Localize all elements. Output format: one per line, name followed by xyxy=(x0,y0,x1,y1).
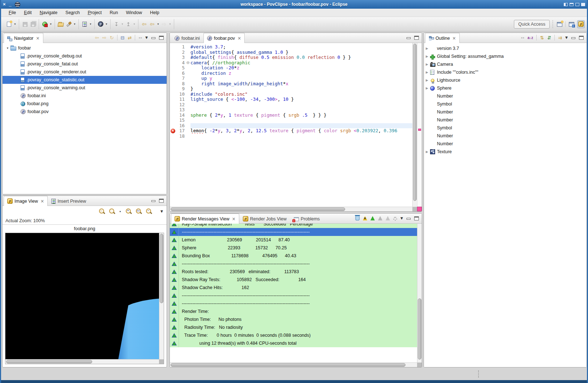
open-file-button[interactable] xyxy=(57,20,64,28)
menu-project[interactable]: Project xyxy=(85,9,105,16)
statistic-filter-icon[interactable] xyxy=(370,216,375,220)
expand-arrow-icon[interactable]: ▶ xyxy=(424,70,430,74)
collapse-all-icon[interactable]: ⊟ xyxy=(121,35,125,40)
code-line-1[interactable]: 1#version 3.7; xyxy=(170,44,412,50)
code-line-15[interactable]: 15 xyxy=(170,118,412,123)
outline-item-camera[interactable]: ▶Camera xyxy=(424,60,587,68)
close-tab-icon[interactable]: × xyxy=(232,216,236,221)
code-line-13[interactable]: 13 xyxy=(170,107,412,113)
quick-access-button[interactable]: Quick Access xyxy=(514,20,550,29)
code-line-14[interactable]: 14sphere { 2*y, 1 texture { pigment { sr… xyxy=(170,113,412,118)
settings-gear-icon[interactable] xyxy=(393,217,397,221)
outline-item-symbol[interactable]: Symbol xyxy=(424,100,587,108)
image-horizontal-scrollbar[interactable] xyxy=(5,359,159,364)
messages-horizontal-scrollbar[interactable] xyxy=(170,362,417,367)
tab-foobar-pov[interactable]: foobar.pov × xyxy=(203,33,245,43)
filter-icon[interactable]: ⇉ xyxy=(558,35,562,40)
preview-doc-button[interactable] xyxy=(81,20,88,28)
outline-item-texture[interactable]: ▶Texture xyxy=(424,148,587,156)
maximize-view-icon[interactable] xyxy=(579,36,584,40)
code-line-11[interactable]: 11light_source { <-100, -34, -300>, 10 } xyxy=(170,97,412,102)
zoom-dropdown-icon[interactable]: ▾ xyxy=(119,210,122,213)
maximize-icon[interactable] xyxy=(575,3,579,6)
clear-messages-button[interactable] xyxy=(355,215,360,222)
export-dropdown-icon[interactable]: ▾ xyxy=(133,22,136,26)
code-line-18[interactable]: 18 xyxy=(170,134,412,139)
import-button[interactable]: ↧ xyxy=(113,20,120,28)
maximize-view-icon[interactable] xyxy=(159,199,164,203)
povclipse-perspective-button[interactable] xyxy=(577,20,585,28)
menu-file[interactable]: File xyxy=(5,9,19,16)
tree-item-foobar.png[interactable]: foobar.png xyxy=(3,100,167,108)
expand-arrow-icon[interactable]: ▶ xyxy=(424,55,430,58)
code-line-7[interactable]: 7 up y xyxy=(170,76,412,81)
menu-edit[interactable]: Edit xyxy=(21,9,35,16)
link-icon[interactable]: ●● xyxy=(521,36,524,39)
minimize-view-icon[interactable] xyxy=(406,216,411,220)
code-line-6[interactable]: 6 direction z xyxy=(170,71,412,76)
expand-arrow-icon[interactable]: ▶ xyxy=(424,86,430,90)
view-menu-icon[interactable]: ▼ xyxy=(565,36,568,39)
render-dropdown-icon[interactable]: ▾ xyxy=(49,22,52,26)
shade-icon[interactable] xyxy=(570,3,574,6)
back-dropdown-icon[interactable]: ▾ xyxy=(156,22,160,26)
scrollbar-thumb[interactable] xyxy=(160,234,163,303)
outline-item-global-setting-assumed-gamma[interactable]: ▶Global Setting: assumed_gamma xyxy=(424,52,587,60)
export-button[interactable]: ↥ xyxy=(125,20,132,28)
menu-help[interactable]: Help xyxy=(147,9,163,16)
message-row[interactable]: Roots tested: 230569 eliminated: 113783 xyxy=(170,268,417,276)
expand-arrow-icon[interactable]: ▶ xyxy=(424,150,430,154)
zoom-out-button[interactable]: − xyxy=(145,208,152,215)
save-all-button[interactable] xyxy=(29,20,37,28)
povclipse-dropdown-icon[interactable]: ▾ xyxy=(105,22,108,26)
tab-foobar-ini[interactable]: foobar.ini xyxy=(171,33,203,43)
menu-window[interactable]: Window xyxy=(123,9,145,16)
close-tab-icon[interactable]: × xyxy=(36,36,40,41)
tree-item-.povray-console-fatal.out[interactable]: .povray_console_fatal.out xyxy=(3,60,167,68)
new-dropdown-icon[interactable]: ▾ xyxy=(13,22,17,26)
scrollbar-thumb[interactable] xyxy=(6,360,92,363)
scrollbar-thumb[interactable] xyxy=(418,298,421,360)
view-menu-icon[interactable]: ▼ xyxy=(145,36,148,39)
save-button[interactable] xyxy=(21,20,29,28)
minimize-view-icon[interactable] xyxy=(151,199,156,203)
tab-render-messages[interactable]: Render Messages View × xyxy=(171,214,239,224)
tab-insert-preview[interactable]: Insert Preview xyxy=(48,196,90,206)
error-marker[interactable] xyxy=(418,129,421,131)
restore-icon[interactable] xyxy=(581,3,585,6)
maximize-view-icon[interactable] xyxy=(159,36,164,40)
code-line-12[interactable]: 12 xyxy=(170,102,412,108)
up-refresh-icon[interactable]: ↻ xyxy=(110,35,114,40)
menu-search[interactable]: Search xyxy=(62,9,83,16)
scrollbar-thumb[interactable] xyxy=(171,207,345,211)
messages-vertical-scrollbar[interactable] xyxy=(417,224,422,362)
resource-perspective-button[interactable] xyxy=(568,20,575,28)
code-editor[interactable]: 1#version 3.7;2global_settings{ assumed_… xyxy=(170,43,412,207)
tree-item-foobar.ini[interactable]: foobar.ini xyxy=(3,92,167,100)
expand-arrow-icon[interactable]: ▶ xyxy=(424,63,430,66)
message-row[interactable]: Trace Time: 0 hours 0 minutes 0 seconds … xyxy=(170,331,417,339)
outline-item-number[interactable]: Number xyxy=(424,140,587,148)
open-perspective-button[interactable] xyxy=(556,20,563,28)
maximize-view-icon[interactable] xyxy=(414,36,419,40)
outline-item-number[interactable]: Number xyxy=(424,132,587,140)
close-tab-icon[interactable]: × xyxy=(452,36,456,41)
back-button[interactable]: ⇦ xyxy=(149,20,156,28)
zoom-fit-button[interactable]: ↔ xyxy=(98,208,105,215)
fatal-filter-icon[interactable] xyxy=(386,216,390,220)
render-warning-icon[interactable] xyxy=(363,216,367,220)
code-line-3[interactable]: 3#default{ finish{ diffuse 0.5 emission … xyxy=(170,55,412,60)
sort-icon[interactable]: a↓z xyxy=(528,36,533,40)
minimize-view-icon[interactable] xyxy=(571,36,576,40)
message-row[interactable]: Lemon 230569 201514 87.40 xyxy=(170,236,417,244)
message-row[interactable]: ----------------------------------------… xyxy=(170,260,417,268)
scrollbar-thumb[interactable] xyxy=(413,44,417,201)
view-menu-icon[interactable]: ▼ xyxy=(160,210,163,213)
code-line-17[interactable]: 17lemon{ -2*y, 3, 2*y, 2, 12.5 texture {… xyxy=(170,128,412,134)
tab-problems[interactable]: Problems xyxy=(290,214,323,223)
zoom-tool-button[interactable] xyxy=(108,208,115,215)
tab-outline[interactable]: Outline × xyxy=(425,33,460,43)
code-line-8[interactable]: 8 right image_width/image_height*x xyxy=(170,81,412,87)
edit-tool-dropdown-icon[interactable]: ▾ xyxy=(73,22,76,26)
forward-dropdown-icon[interactable]: ▾ xyxy=(168,22,172,26)
